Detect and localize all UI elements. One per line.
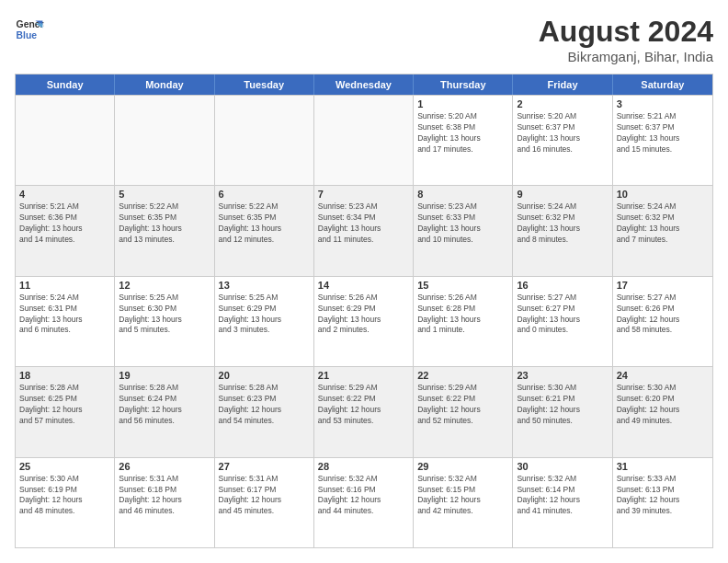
day-info: Sunrise: 5:26 AM Sunset: 6:28 PM Dayligh… <box>417 293 508 337</box>
day-info: Sunrise: 5:25 AM Sunset: 6:29 PM Dayligh… <box>219 293 310 337</box>
day-number: 31 <box>617 461 709 472</box>
day-info: Sunrise: 5:20 AM Sunset: 6:37 PM Dayligh… <box>517 111 608 155</box>
day-number: 2 <box>517 98 608 109</box>
day-info: Sunrise: 5:32 AM Sunset: 6:15 PM Dayligh… <box>417 474 508 518</box>
day-number: 4 <box>19 189 110 200</box>
day-cell: 9Sunrise: 5:24 AM Sunset: 6:32 PM Daylig… <box>513 186 612 275</box>
day-cell: 22Sunrise: 5:29 AM Sunset: 6:22 PM Dayli… <box>414 367 513 456</box>
day-info: Sunrise: 5:21 AM Sunset: 6:36 PM Dayligh… <box>19 201 110 246</box>
logo: General Blue <box>15 15 44 44</box>
day-info: Sunrise: 5:28 AM Sunset: 6:24 PM Dayligh… <box>119 383 210 427</box>
day-cell: 5Sunrise: 5:22 AM Sunset: 6:35 PM Daylig… <box>115 186 214 275</box>
header-day-sunday: Sunday <box>16 75 115 95</box>
day-info: Sunrise: 5:33 AM Sunset: 6:13 PM Dayligh… <box>617 474 709 518</box>
logo-icon: General Blue <box>15 15 44 44</box>
day-cell: 12Sunrise: 5:25 AM Sunset: 6:30 PM Dayli… <box>115 277 214 366</box>
day-number: 10 <box>617 189 709 200</box>
day-number: 8 <box>417 189 508 200</box>
day-cell <box>215 96 314 185</box>
day-cell: 18Sunrise: 5:28 AM Sunset: 6:25 PM Dayli… <box>16 367 115 456</box>
day-cell <box>16 96 115 185</box>
day-cell: 19Sunrise: 5:28 AM Sunset: 6:24 PM Dayli… <box>115 367 214 456</box>
day-number: 13 <box>219 280 310 291</box>
day-cell: 26Sunrise: 5:31 AM Sunset: 6:18 PM Dayli… <box>115 458 214 547</box>
day-number: 27 <box>219 461 310 472</box>
day-cell: 28Sunrise: 5:32 AM Sunset: 6:16 PM Dayli… <box>314 458 414 547</box>
day-info: Sunrise: 5:21 AM Sunset: 6:37 PM Dayligh… <box>617 111 709 155</box>
calendar-header: SundayMondayTuesdayWednesdayThursdayFrid… <box>16 75 712 95</box>
day-info: Sunrise: 5:30 AM Sunset: 6:19 PM Dayligh… <box>19 474 110 518</box>
day-info: Sunrise: 5:30 AM Sunset: 6:20 PM Dayligh… <box>617 383 709 427</box>
header-day-friday: Friday <box>513 75 612 95</box>
day-number: 25 <box>19 461 110 472</box>
calendar: SundayMondayTuesdayWednesdayThursdayFrid… <box>15 74 713 548</box>
week-row-3: 11Sunrise: 5:24 AM Sunset: 6:31 PM Dayli… <box>16 276 712 366</box>
header-day-tuesday: Tuesday <box>215 75 314 95</box>
day-cell: 21Sunrise: 5:29 AM Sunset: 6:22 PM Dayli… <box>314 367 414 456</box>
day-info: Sunrise: 5:31 AM Sunset: 6:17 PM Dayligh… <box>219 474 310 518</box>
day-info: Sunrise: 5:30 AM Sunset: 6:21 PM Dayligh… <box>517 383 608 427</box>
day-info: Sunrise: 5:25 AM Sunset: 6:30 PM Dayligh… <box>119 293 210 337</box>
day-cell: 25Sunrise: 5:30 AM Sunset: 6:19 PM Dayli… <box>16 458 115 547</box>
day-cell: 10Sunrise: 5:24 AM Sunset: 6:32 PM Dayli… <box>613 186 712 275</box>
day-info: Sunrise: 5:26 AM Sunset: 6:29 PM Dayligh… <box>318 293 409 337</box>
day-cell: 24Sunrise: 5:30 AM Sunset: 6:20 PM Dayli… <box>613 367 712 456</box>
day-number: 3 <box>617 98 709 109</box>
day-cell: 2Sunrise: 5:20 AM Sunset: 6:37 PM Daylig… <box>513 96 612 185</box>
day-number: 30 <box>517 461 608 472</box>
day-info: Sunrise: 5:28 AM Sunset: 6:25 PM Dayligh… <box>19 383 110 427</box>
day-number: 21 <box>318 370 409 381</box>
week-row-2: 4Sunrise: 5:21 AM Sunset: 6:36 PM Daylig… <box>16 185 712 275</box>
day-number: 29 <box>417 461 508 472</box>
day-number: 16 <box>517 280 608 291</box>
day-number: 1 <box>417 98 508 109</box>
day-cell: 16Sunrise: 5:27 AM Sunset: 6:27 PM Dayli… <box>513 277 612 366</box>
svg-text:Blue: Blue <box>17 30 38 40</box>
day-number: 24 <box>617 370 709 381</box>
day-number: 28 <box>318 461 409 472</box>
week-row-5: 25Sunrise: 5:30 AM Sunset: 6:19 PM Dayli… <box>16 457 712 547</box>
day-cell: 17Sunrise: 5:27 AM Sunset: 6:26 PM Dayli… <box>613 277 712 366</box>
day-cell: 15Sunrise: 5:26 AM Sunset: 6:28 PM Dayli… <box>414 277 513 366</box>
day-info: Sunrise: 5:32 AM Sunset: 6:14 PM Dayligh… <box>517 474 608 518</box>
day-info: Sunrise: 5:20 AM Sunset: 6:38 PM Dayligh… <box>417 111 508 155</box>
day-number: 15 <box>417 280 508 291</box>
day-cell: 14Sunrise: 5:26 AM Sunset: 6:29 PM Dayli… <box>314 277 414 366</box>
calendar-body: 1Sunrise: 5:20 AM Sunset: 6:38 PM Daylig… <box>16 95 712 547</box>
week-row-4: 18Sunrise: 5:28 AM Sunset: 6:25 PM Dayli… <box>16 366 712 456</box>
day-cell: 11Sunrise: 5:24 AM Sunset: 6:31 PM Dayli… <box>16 277 115 366</box>
day-info: Sunrise: 5:24 AM Sunset: 6:32 PM Dayligh… <box>517 201 608 246</box>
day-info: Sunrise: 5:27 AM Sunset: 6:26 PM Dayligh… <box>617 293 709 337</box>
day-number: 23 <box>517 370 608 381</box>
day-info: Sunrise: 5:29 AM Sunset: 6:22 PM Dayligh… <box>318 383 409 427</box>
week-row-1: 1Sunrise: 5:20 AM Sunset: 6:38 PM Daylig… <box>16 95 712 185</box>
day-cell: 1Sunrise: 5:20 AM Sunset: 6:38 PM Daylig… <box>414 96 513 185</box>
day-info: Sunrise: 5:22 AM Sunset: 6:35 PM Dayligh… <box>119 201 210 246</box>
day-cell: 8Sunrise: 5:23 AM Sunset: 6:33 PM Daylig… <box>414 186 513 275</box>
header: General Blue August 2024 Bikramganj, Bih… <box>15 15 713 64</box>
day-number: 26 <box>119 461 210 472</box>
day-number: 19 <box>119 370 210 381</box>
page: General Blue August 2024 Bikramganj, Bih… <box>0 0 728 563</box>
day-number: 12 <box>119 280 210 291</box>
day-number: 20 <box>219 370 310 381</box>
day-cell: 31Sunrise: 5:33 AM Sunset: 6:13 PM Dayli… <box>613 458 712 547</box>
day-cell <box>115 96 214 185</box>
day-cell: 6Sunrise: 5:22 AM Sunset: 6:35 PM Daylig… <box>215 186 314 275</box>
day-cell <box>314 96 414 185</box>
day-info: Sunrise: 5:23 AM Sunset: 6:33 PM Dayligh… <box>417 201 508 246</box>
day-info: Sunrise: 5:22 AM Sunset: 6:35 PM Dayligh… <box>219 201 310 246</box>
day-cell: 29Sunrise: 5:32 AM Sunset: 6:15 PM Dayli… <box>414 458 513 547</box>
day-info: Sunrise: 5:23 AM Sunset: 6:34 PM Dayligh… <box>318 201 409 246</box>
day-info: Sunrise: 5:24 AM Sunset: 6:32 PM Dayligh… <box>617 201 709 246</box>
day-info: Sunrise: 5:29 AM Sunset: 6:22 PM Dayligh… <box>417 383 508 427</box>
day-number: 7 <box>318 189 409 200</box>
day-cell: 30Sunrise: 5:32 AM Sunset: 6:14 PM Dayli… <box>513 458 612 547</box>
day-cell: 13Sunrise: 5:25 AM Sunset: 6:29 PM Dayli… <box>215 277 314 366</box>
header-day-wednesday: Wednesday <box>314 75 414 95</box>
day-cell: 7Sunrise: 5:23 AM Sunset: 6:34 PM Daylig… <box>314 186 414 275</box>
day-info: Sunrise: 5:28 AM Sunset: 6:23 PM Dayligh… <box>219 383 310 427</box>
day-info: Sunrise: 5:31 AM Sunset: 6:18 PM Dayligh… <box>119 474 210 518</box>
day-number: 9 <box>517 189 608 200</box>
header-day-saturday: Saturday <box>613 75 712 95</box>
